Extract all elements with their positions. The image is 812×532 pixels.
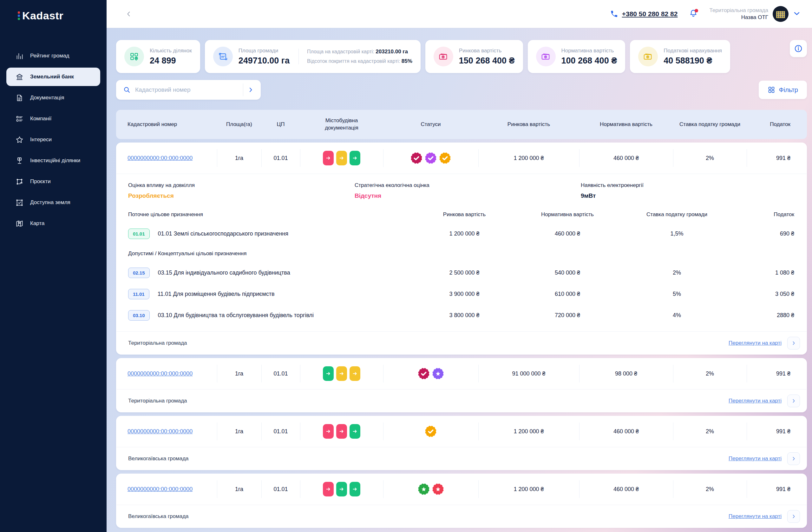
status-star-badge — [432, 368, 444, 379]
money-icon — [643, 52, 653, 61]
col-cp: ЦП — [261, 121, 300, 128]
col-urban-docs: Містобудівна документація — [300, 117, 383, 132]
view-on-map-link[interactable]: Переглянути на карті — [728, 513, 782, 520]
impact-status: Розробляється — [128, 192, 354, 199]
sidebar-item-interests[interactable]: Інтереси — [6, 130, 100, 149]
view-on-map-link[interactable]: Переглянути на карті — [728, 456, 782, 462]
chevron-left-icon — [125, 11, 132, 17]
sidebar-item-available-land[interactable]: Доступна земля — [6, 193, 100, 212]
sidebar-nav: Рейтинг громад Земельний банк Документац… — [0, 47, 106, 233]
expand-row-button[interactable] — [787, 510, 800, 523]
chevron-right-icon — [791, 398, 796, 404]
cadastral-number-link[interactable]: 0000000000:00:000:0000 — [128, 370, 192, 377]
phone-icon — [610, 10, 618, 18]
parcel-card: 0000000000:00:000:0000 1га 01.01 1 200 0… — [116, 474, 807, 528]
cadastral-number-link[interactable]: 0000000000:00:000:0000 — [128, 428, 192, 435]
phone-link[interactable]: +380 50 280 82 82 — [610, 10, 678, 18]
sidebar-item-map[interactable]: Карта — [6, 214, 100, 233]
status-badges — [411, 152, 451, 164]
table-row[interactable]: 0000000000:00:000:0000 1га 01.01 91 000 … — [116, 358, 807, 389]
back-button[interactable] — [122, 8, 135, 20]
status-check-badge — [425, 426, 436, 437]
col-tax-rate: Ставка податку громади — [673, 121, 746, 128]
sidebar-item-label: Інвестиційні ділянки — [30, 157, 80, 164]
project-icon — [15, 178, 24, 186]
view-on-map-link[interactable]: Переглянути на карті — [728, 340, 782, 346]
sidebar-item-rating[interactable]: Рейтинг громад — [6, 47, 100, 65]
col-market-value: Ринкова вартість — [478, 121, 579, 128]
sidebar: Kadastr Рейтинг громад Земельний банк До… — [0, 0, 106, 532]
chart-bars-icon — [15, 52, 24, 60]
view-on-map-link[interactable]: Переглянути на карті — [728, 398, 782, 404]
purpose-code-chip: 02.15 — [128, 268, 150, 278]
cadastral-number-link[interactable]: 0000000000:00:000:0000 — [128, 486, 192, 492]
doc-badge-green — [350, 424, 360, 439]
table-row[interactable]: 0000000000:00:000:0000 1га 01.01 1 200 0… — [116, 474, 807, 505]
expand-row-button[interactable] — [787, 394, 800, 407]
sidebar-item-companies[interactable]: Компанії — [6, 110, 100, 128]
status-star-badge — [432, 484, 444, 495]
table-row[interactable]: 0000000000:00:000:0000 1га 01.01 1 200 0… — [116, 416, 807, 447]
sidebar-item-projects[interactable]: Проєкти — [6, 172, 100, 191]
row-footer: Територіальна громада Переглянути на кар… — [116, 332, 807, 354]
sidebar-item-land-bank[interactable]: Земельний банк — [6, 68, 100, 86]
stat-card-normative-value: Нормативна вартість 100 268 400 ₴ — [528, 40, 625, 73]
stat-card-tax-charges: Податкові нарахування 40 588190 ₴ — [630, 40, 730, 73]
info-button[interactable] — [790, 40, 807, 57]
table-row[interactable]: 0000000000:00:000:0000 1га 01.01 1 200 0… — [116, 142, 807, 173]
search-submit-button[interactable] — [243, 83, 258, 96]
table-header: Кадастровий номер Площа(га) ЦП Містобуді… — [116, 110, 807, 139]
purpose-code-chip: 03.10 — [128, 310, 150, 321]
parcel-card: 0000000000:00:000:0000 1га 01.01 1 200 0… — [116, 142, 807, 354]
chevron-down-icon — [793, 10, 801, 17]
doc-badges — [323, 151, 360, 165]
expand-row-button[interactable] — [787, 452, 800, 465]
companies-icon — [15, 115, 24, 123]
community-name: Територіальна громада — [128, 340, 187, 346]
community-name: Великогаївська громада — [128, 513, 189, 520]
status-badges — [425, 426, 436, 437]
doc-badge-yellow — [336, 151, 347, 165]
filter-grid-icon — [768, 86, 775, 94]
sidebar-item-documentation[interactable]: Документація — [6, 88, 100, 107]
sidebar-item-label: Інтереси — [30, 137, 52, 143]
doc-badge-pink — [323, 482, 334, 496]
status-badges — [418, 368, 444, 379]
chevron-right-icon — [247, 87, 254, 93]
doc-badge-yellow — [336, 366, 347, 381]
stat-card-market-value: Ринкова вартість 150 268 400 ₴ — [425, 40, 523, 73]
cadastral-coverage-info: Площа на кадастровій карті: 203210.00 га… — [299, 48, 412, 65]
sidebar-item-label: Земельний банк — [30, 74, 74, 80]
avatar — [773, 6, 788, 22]
purpose-code-chip: 11.01 — [128, 289, 149, 299]
notifications-button[interactable] — [689, 9, 698, 19]
filter-button[interactable]: Фільтр — [759, 81, 807, 99]
doc-badges — [323, 424, 360, 439]
search-box — [116, 80, 261, 100]
purpose-code-chip: 01.01 — [128, 228, 150, 239]
status-check-badge — [411, 152, 422, 164]
stat-card-parcels: Кількість ділянок 24 899 — [116, 40, 200, 73]
doc-badge-pink — [336, 424, 347, 439]
sidebar-item-investment-plots[interactable]: Інвестиційні ділянки — [6, 151, 100, 170]
org-name: Назва ОТГ — [709, 14, 768, 20]
doc-badges — [323, 482, 360, 496]
cadastral-number-link[interactable]: 0000000000:00:000:0000 — [128, 155, 192, 161]
profile-menu[interactable]: Територіальна громада Назва ОТГ — [709, 6, 801, 22]
current-purpose-row: 01.01 01.01 Землі сільськогосподарського… — [116, 228, 807, 239]
search-input[interactable] — [131, 86, 243, 93]
bank-icon — [15, 73, 24, 81]
parcel-card: 0000000000:00:000:0000 1га 01.01 91 000 … — [116, 358, 807, 412]
app-logo: Kadastr — [0, 10, 106, 22]
col-cadastral-number: Кадастровий номер — [116, 121, 217, 128]
sidebar-item-label: Компанії — [30, 115, 52, 122]
sidebar-item-label: Карта — [30, 220, 45, 227]
doc-badge-pink — [323, 424, 334, 439]
parcels-icon — [129, 52, 139, 61]
expand-row-button[interactable] — [787, 337, 800, 349]
area-icon — [218, 52, 228, 61]
document-icon — [15, 94, 24, 102]
col-area: Площа(га) — [217, 121, 261, 128]
logo-text: Kadastr — [22, 10, 63, 22]
investment-icon — [15, 156, 24, 165]
